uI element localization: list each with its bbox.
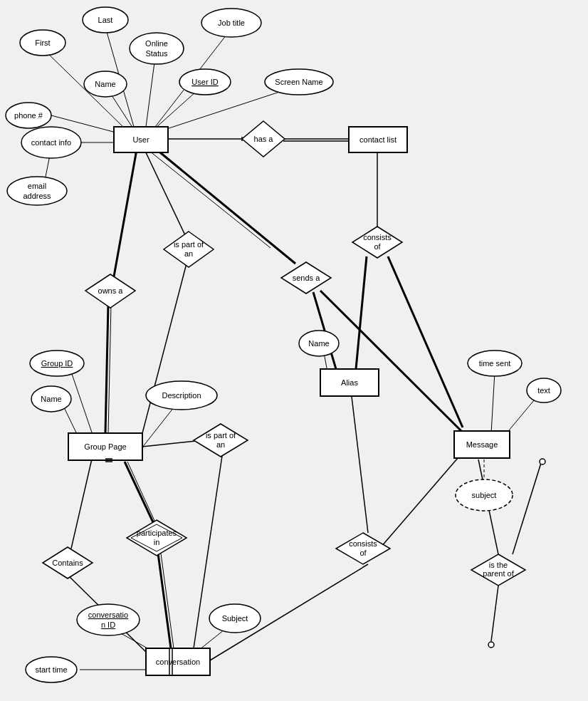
text-label: text: [537, 386, 550, 395]
subject-label: Subject: [222, 614, 248, 623]
is-part-of-an-2-label2: an: [216, 440, 225, 449]
time-sent-label: time sent: [479, 359, 511, 368]
svg-point-50: [488, 642, 494, 648]
conv-id-label: conversatio: [88, 611, 128, 619]
message-label: Message: [466, 440, 498, 449]
is-part-of-an-1-label2: an: [184, 249, 193, 258]
is-part-of-an-2-label: is part of: [206, 431, 236, 440]
screen-name-label: Screen Name: [275, 78, 322, 86]
email-label: email: [28, 182, 46, 190]
group-name-label: Name: [41, 395, 61, 403]
contact-info-label: contact info: [31, 138, 71, 147]
contains-label: Contains: [52, 559, 83, 567]
has-a-label: has a: [254, 135, 274, 143]
group-id-label: Group ID: [41, 359, 73, 368]
first-label: First: [35, 38, 50, 47]
owns-a-label: owns a: [98, 286, 124, 295]
start-time-label: start time: [35, 665, 67, 674]
online-status-label: Online: [145, 39, 168, 48]
er-diagram-svg: User contact list Group Page Alias Messa…: [0, 0, 588, 701]
group-page-label: Group Page: [84, 442, 126, 451]
participates-in-label: participates: [137, 529, 177, 537]
consists-of-1-label: consists: [363, 233, 392, 242]
conversation-label: conversation: [156, 658, 200, 666]
online-status-label2: Status: [145, 49, 168, 58]
email-label2: address: [23, 192, 51, 200]
is-parent-of-label: is the: [489, 561, 508, 569]
svg-point-51: [540, 459, 545, 464]
consists-of-1-label2: of: [374, 242, 381, 251]
diagram-container: User contact list Group Page Alias Messa…: [0, 0, 588, 701]
conv-id-label2: n ID: [101, 620, 115, 629]
sends-a-label: sends a: [293, 274, 320, 282]
alias-label: Alias: [341, 378, 358, 387]
participates-in-label2: in: [154, 538, 160, 546]
subject-dashed-label: subject: [472, 491, 497, 499]
is-part-of-an-1-label: is part of: [174, 240, 204, 249]
phone-label: phone #: [14, 111, 43, 120]
consists-of-2-label: consists: [349, 539, 377, 548]
description-label: Description: [162, 391, 201, 400]
contact-list-label: contact list: [359, 135, 397, 144]
consists-of-2-label2: of: [359, 549, 367, 557]
user-id-label: User ID: [191, 78, 218, 86]
name-user-label: Name: [95, 80, 115, 88]
user-label: User: [132, 135, 149, 144]
is-parent-of-label2: parent of: [483, 569, 514, 578]
last-label: Last: [98, 16, 113, 24]
job-title-label: Job title: [218, 19, 245, 27]
alias-name-label: Name: [308, 339, 329, 348]
